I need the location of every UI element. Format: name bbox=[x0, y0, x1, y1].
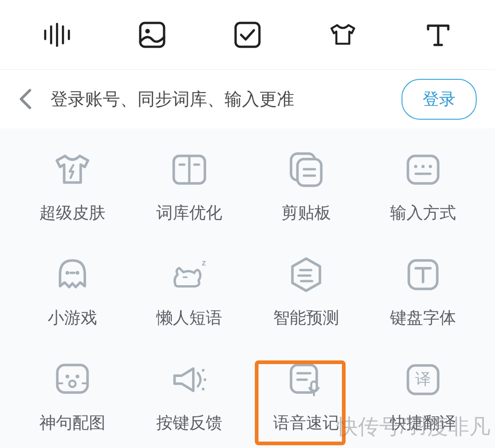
svg-point-17 bbox=[414, 165, 417, 168]
back-icon[interactable] bbox=[14, 88, 37, 110]
dict-book-icon bbox=[171, 151, 208, 188]
tile-label: 剪贴板 bbox=[281, 202, 331, 224]
svg-point-32 bbox=[76, 375, 79, 378]
tile-label: 键盘字体 bbox=[390, 307, 456, 329]
tile-label: 小游戏 bbox=[48, 307, 97, 329]
voice-wave-icon[interactable] bbox=[43, 21, 71, 49]
top-toolbar bbox=[0, 0, 495, 70]
tile-key-feedback[interactable]: 按键反馈 bbox=[131, 361, 248, 434]
clipboard-icon bbox=[288, 151, 324, 188]
tile-label: 懒人短语 bbox=[156, 307, 222, 329]
input-method-icon bbox=[405, 151, 441, 188]
picture-icon[interactable] bbox=[138, 21, 166, 49]
tile-label: 神句配图 bbox=[39, 412, 105, 434]
login-button[interactable]: 登录 bbox=[402, 79, 477, 120]
tile-clipboard[interactable]: 剪贴板 bbox=[248, 151, 364, 224]
shirt-icon[interactable] bbox=[329, 21, 357, 49]
svg-point-37 bbox=[204, 378, 206, 381]
svg-point-6 bbox=[145, 29, 150, 33]
tile-label: 词库优化 bbox=[156, 202, 222, 224]
login-header: 登录账号、同步词库、输入更准 登录 bbox=[0, 70, 495, 128]
svg-rect-30 bbox=[57, 365, 88, 393]
tile-label: 快捷翻译 bbox=[390, 412, 456, 434]
translate-icon: 译 bbox=[405, 361, 441, 398]
svg-point-33 bbox=[69, 381, 76, 387]
svg-point-31 bbox=[66, 375, 69, 378]
login-subtitle: 登录账号、同步词库、输入更准 bbox=[37, 88, 402, 111]
ghost-game-icon bbox=[54, 256, 91, 293]
tile-mini-game[interactable]: 小游戏 bbox=[14, 256, 131, 329]
tile-dict-optimize[interactable]: 词库优化 bbox=[131, 151, 248, 224]
tile-smart-predict[interactable]: 智能预测 bbox=[248, 256, 364, 329]
svg-point-22 bbox=[76, 271, 79, 275]
tile-label: 输入方式 bbox=[390, 202, 456, 224]
svg-rect-13 bbox=[297, 159, 321, 186]
keyboard-font-icon bbox=[405, 256, 441, 293]
tile-super-skin[interactable]: 超级皮肤 bbox=[14, 151, 131, 224]
sleep-cat-icon: z bbox=[171, 256, 208, 293]
svg-rect-7 bbox=[236, 23, 259, 47]
text-t-icon[interactable] bbox=[424, 21, 452, 49]
tile-image-caption[interactable]: 神句配图 bbox=[14, 361, 131, 434]
svg-point-21 bbox=[66, 271, 69, 275]
shirt-bolt-icon bbox=[54, 151, 91, 188]
svg-point-18 bbox=[421, 165, 424, 168]
tile-label: 按键反馈 bbox=[156, 412, 222, 434]
highlight-box bbox=[255, 360, 346, 445]
hex-predict-icon bbox=[288, 256, 324, 293]
tile-label: 智能预测 bbox=[273, 307, 339, 329]
tile-label: 超级皮肤 bbox=[39, 202, 105, 224]
tile-input-method[interactable]: 输入方式 bbox=[364, 151, 481, 224]
tile-quick-translate[interactable]: 译 快捷翻译 bbox=[364, 361, 481, 434]
svg-rect-5 bbox=[140, 23, 164, 47]
svg-text:z: z bbox=[202, 258, 206, 267]
megaphone-icon bbox=[171, 361, 208, 398]
checkbox-icon[interactable] bbox=[234, 21, 261, 49]
feature-grid: 超级皮肤 词库优化 剪贴板 bbox=[0, 128, 495, 448]
svg-text:译: 译 bbox=[415, 370, 431, 387]
svg-point-38 bbox=[202, 388, 204, 391]
svg-point-19 bbox=[429, 165, 432, 168]
tile-keyboard-font[interactable]: 键盘字体 bbox=[364, 256, 481, 329]
svg-rect-16 bbox=[408, 156, 438, 183]
image-caption-icon bbox=[54, 361, 91, 398]
tile-lazy-phrase[interactable]: z 懒人短语 bbox=[131, 256, 248, 329]
svg-point-36 bbox=[202, 369, 204, 372]
